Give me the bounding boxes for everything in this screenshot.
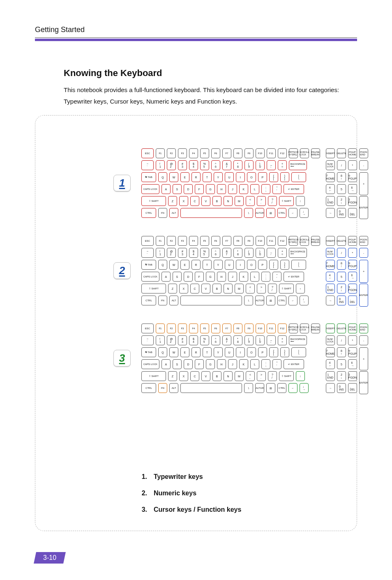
key-backspace: BACKSPACE ⟵ [289,160,307,170]
key-h: H [217,359,226,369]
key-num6: 6 → [348,359,357,369]
key-num8: 8 ↑ [337,172,346,182]
key-i: I [236,260,245,270]
key-lctrl: CTRL [141,208,156,218]
key-f7: F7 [222,324,231,333]
key-pause: PAUSE BREAK [311,148,320,158]
key-delete: DELETE [337,236,346,246]
kbd1-row-a: CAPS LOCK A S D F G H J K L : ; [141,184,320,194]
key-w: W [169,347,178,357]
key-m: M [235,371,244,381]
key-a: A [161,359,171,369]
key-delete: DELETE [337,148,346,158]
key-o: O [247,347,256,357]
key-period: > . [257,196,266,206]
kbd1-row-z: ⇧ SHIFT Z X C V B N M < , > . ? / [141,196,320,206]
key-capslock: CAPS LOCK [141,184,159,194]
key-f12: F12 [278,236,287,246]
key-up: ↑ [296,196,305,206]
key-scrolllock: SCROLL LOCK [300,236,309,246]
key-a: A [161,272,171,282]
kbd3-row-num: ~ ` ! 1 @ 2 # 3 $ 4 % 5 ^ 6 & 7 * 8 ( 9 [141,335,320,345]
key-n: N [224,196,233,206]
key-rshift: ⇧ SHIFT [279,371,294,381]
key-enter: ↵ ENTER [284,184,304,194]
key-backslash: | \ [291,172,306,182]
key-quote: " ' [272,272,281,282]
key-5: % 5 [200,160,209,170]
key-pause: PAUSE BREAK [311,236,320,246]
key-4: $ 4 [189,248,198,258]
key-c: C [190,371,199,381]
kbd2-row-a: CAPS LOCK A S D F G H J K L : ; [141,272,320,282]
key-f7: F7 [222,148,231,158]
key-tab: ⇆ TAB [141,260,156,270]
key-semicolon: : ; [261,359,270,369]
key-pgdn: PGDN END [359,236,368,246]
key-f3: F3 [178,236,187,246]
key-num5: 5 [337,184,346,194]
key-q: Q [158,347,167,357]
key-b: B [212,284,221,293]
key-num0: 0 INS [337,208,346,218]
key-fn: FN [158,208,167,218]
kbd1-row-num: ~ ` ! 1 @ 2 # 3 $ 4 % 5 ^ 6 & 7 * 8 ( 9 [141,160,320,170]
key-v: V [201,284,210,293]
key-intl: \ [244,208,253,218]
key-numenter: ENTER [359,371,368,394]
key-d: D [184,359,193,369]
key-f9: F9 [244,148,254,158]
legend-num-2: 2. [139,490,147,497]
key-numplus: + [359,172,368,195]
key-f9: F9 [244,236,254,246]
key-f11: F11 [267,148,276,158]
key-backspace: BACKSPACE ⟵ [289,248,307,258]
key-8: * 8 [233,248,242,258]
kbd2-numpad: INSERT DELETE PGUP HOME PGDN END NUM LOC… [326,236,368,305]
key-f6: F6 [211,148,220,158]
key-2: @ 2 [167,248,176,258]
key-num5: 5 [337,272,346,282]
key-enter: ↵ ENTER [284,272,304,282]
key-p: P [258,260,267,270]
key-pgup: PGUP HOME [348,236,357,246]
key-numdot: . DEL [348,296,357,305]
key-6: ^ 6 [211,248,220,258]
callout-badge-3: 3 [113,350,131,367]
key-nummul: * [348,248,357,258]
key-comma: < , [246,284,255,293]
key-slash: ? / [268,196,277,206]
key-j: J [228,184,237,194]
key-z: Z [168,371,177,381]
key-minus: _ - [267,160,276,170]
key-f8: F8 [233,148,242,158]
key-1: ! 1 [156,335,165,345]
key-d: D [184,184,193,194]
keyboard-block-1: 1 ESC F1 F2 F3 F4 F5 F6 [113,148,383,218]
callout-badge-1: 1 [113,175,131,192]
key-d: D [184,272,193,282]
key-num8: 8 ↑ [337,347,346,357]
legend-list: 1. Typewriter keys 2. Numeric keys 3. Cu… [139,473,241,522]
key-f1: F1 [156,236,165,246]
key-win: ⊞ [266,296,275,305]
key-lalt: ALT [169,296,178,305]
kbd3-row-sp: CTRL FN ALT \ ALTGR ⊞ CTRL ← ↓ → [141,383,320,393]
key-r: R [191,347,201,357]
legend-label-3: Cursor keys / Function keys [154,506,241,513]
key-numlock: NUM LOCK [326,335,335,345]
key-num2: 2 ↓ [337,196,346,206]
key-grave: ~ ` [141,248,154,258]
key-comma: < , [246,371,255,381]
key-e: E [180,260,189,270]
key-prtscr: PRTSCR SYSRQ [289,324,298,333]
key-f: F [195,359,204,369]
key-v: V [201,196,210,206]
key-f4: F4 [189,324,198,333]
intro-block: Knowing the Keyboard This notebook provi… [64,68,355,107]
key-num6: 6 → [348,272,357,282]
key-num4: 4 ← [326,272,335,282]
key-f2: F2 [167,324,176,333]
key-capslock: CAPS LOCK [141,359,159,369]
key-pgdn: PGDN END [359,148,368,158]
